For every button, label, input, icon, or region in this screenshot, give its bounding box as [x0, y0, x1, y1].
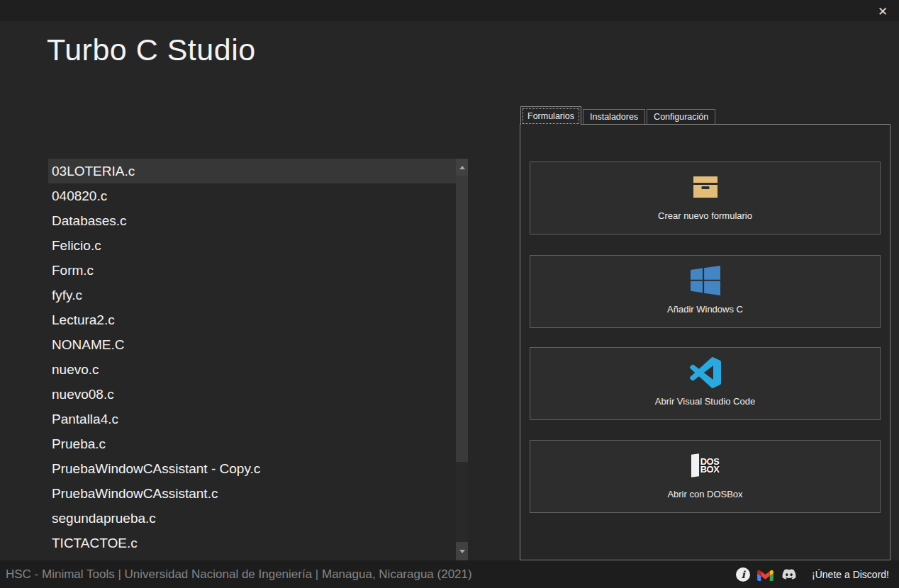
titlebar: ✕	[0, 0, 899, 21]
discord-icon[interactable]	[781, 567, 798, 581]
footer-links: i ¡Únete a Discord!	[736, 560, 889, 588]
action-label: Abrir Visual Studio Code	[655, 396, 755, 407]
scroll-down-icon	[459, 550, 465, 553]
tab-label: Configuración	[654, 112, 708, 122]
tab-formularios[interactable]: Formularios	[520, 106, 581, 125]
file-list-item[interactable]: Felicio.c	[48, 233, 456, 258]
vscode-logo-icon	[690, 357, 721, 388]
dosbox-text-box: BOX	[700, 465, 720, 473]
footer: HSC - Minimal Tools | Universidad Nacion…	[0, 560, 899, 588]
file-list-item[interactable]: PruebaWindowCAssistant - Copy.c	[48, 456, 456, 481]
file-list-item[interactable]: 040820.c	[48, 183, 456, 208]
tab-instaladores[interactable]: Instaladores	[583, 109, 645, 124]
file-list-item[interactable]: Lectura2.c	[48, 307, 456, 332]
tab-configuracion[interactable]: Configuración	[647, 109, 715, 124]
file-list-item[interactable]: nuevo08.c	[48, 382, 456, 407]
scrollbar-thumb[interactable]	[456, 176, 468, 462]
file-list-item[interactable]: 03LOTERIA.c	[48, 159, 456, 183]
tab-label: Instaladores	[590, 112, 638, 122]
create-form-button[interactable]: Crear nuevo formulario	[530, 162, 881, 234]
scroll-up-icon	[459, 166, 465, 169]
app-title: Turbo C Studio	[47, 33, 256, 67]
windows-logo-icon	[691, 266, 720, 295]
tab-panel-formularios: Crear nuevo formulario Añadir Windows C …	[520, 124, 890, 560]
scroll-down-button[interactable]	[456, 542, 468, 560]
close-button[interactable]: ✕	[873, 2, 892, 21]
credits-text: HSC - Minimal Tools | Universidad Nacion…	[6, 560, 472, 588]
file-list-item[interactable]: NONAME.C	[48, 332, 456, 357]
file-list-item[interactable]: PruebaWindowCAssistant.c	[48, 481, 456, 506]
action-label: Abrir con DOSBox	[667, 489, 742, 499]
file-list-item[interactable]: Pantalla4.c	[48, 407, 456, 431]
open-vscode-button[interactable]: Abrir Visual Studio Code	[530, 347, 881, 420]
file-list: 03LOTERIA.c 040820.c Databases.c Felicio…	[48, 159, 468, 560]
tab-label: Formularios	[527, 111, 574, 121]
file-list-item[interactable]: Prueba.c	[48, 431, 456, 456]
add-windows-c-button[interactable]: Añadir Windows C	[530, 255, 881, 328]
file-list-item[interactable]: fyfy.c	[48, 283, 456, 307]
dosbox-logo-icon: DOS BOX	[691, 454, 720, 477]
tab-strip: Formularios Instaladores Configuración	[520, 106, 717, 125]
file-list-scrollbar[interactable]	[456, 159, 468, 560]
archive-box-icon	[693, 176, 717, 198]
discord-cta-text[interactable]: ¡Únete a Discord!	[812, 569, 889, 580]
file-list-item[interactable]: nuevo.c	[48, 357, 456, 382]
dosbox-door	[691, 453, 699, 477]
scroll-up-button[interactable]	[456, 159, 468, 176]
open-dosbox-button[interactable]: DOS BOX Abrir con DOSBox	[530, 440, 881, 513]
action-label: Crear nuevo formulario	[658, 210, 752, 221]
action-label: Añadir Windows C	[667, 304, 743, 315]
file-list-item[interactable]: segundaprueba.c	[48, 506, 456, 531]
file-list-item[interactable]: Form.c	[48, 258, 456, 283]
file-list-item[interactable]: Databases.c	[48, 208, 456, 233]
info-icon[interactable]: i	[736, 567, 750, 582]
file-list-item[interactable]: TICTACTOE.c	[48, 531, 456, 555]
close-icon: ✕	[878, 4, 888, 19]
app-window: ✕ Turbo C Studio 03LOTERIA.c 040820.c Da…	[0, 0, 899, 588]
gmail-icon[interactable]	[757, 567, 774, 581]
